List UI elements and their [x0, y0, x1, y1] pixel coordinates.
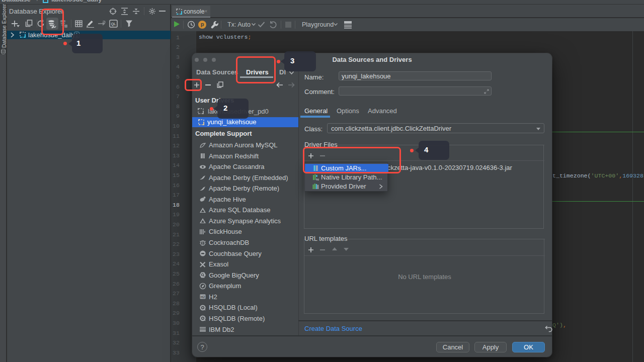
svg-text:QL: QL: [111, 22, 116, 26]
svg-text:N: N: [316, 177, 319, 181]
svg-text:H2: H2: [201, 295, 205, 299]
